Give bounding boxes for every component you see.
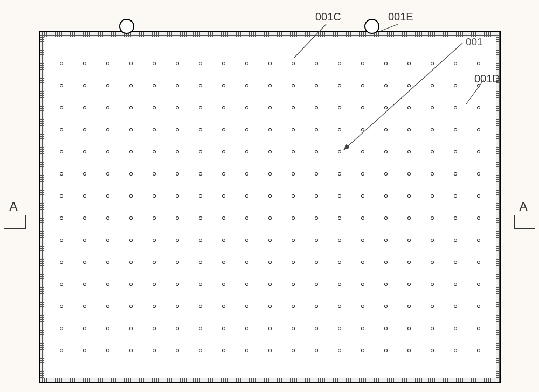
- dot: [454, 62, 457, 65]
- dot: [83, 62, 86, 65]
- dot: [176, 128, 179, 131]
- dot: [245, 239, 248, 242]
- dot: [477, 150, 480, 153]
- dot: [407, 194, 411, 198]
- dot: [129, 261, 133, 264]
- dot: [454, 305, 457, 308]
- label-001d: 001D: [474, 73, 500, 85]
- dot: [338, 150, 341, 153]
- dot: [176, 261, 179, 264]
- dot: [454, 150, 457, 153]
- dot: [384, 62, 388, 65]
- dot: [83, 261, 86, 264]
- dot: [338, 128, 341, 131]
- dot: [431, 172, 434, 176]
- dot: [268, 216, 272, 220]
- dot: [245, 62, 248, 65]
- label-001e: 001E: [388, 11, 413, 23]
- dot: [199, 106, 202, 109]
- dot: [222, 194, 225, 198]
- dot: [129, 349, 133, 352]
- dot: [477, 261, 480, 264]
- dot: [245, 261, 248, 264]
- section-bracket-left-v: [25, 215, 26, 229]
- dot: [315, 349, 318, 352]
- dot: [384, 327, 388, 330]
- dot: [153, 305, 156, 308]
- dot: [454, 239, 457, 242]
- dot: [431, 106, 434, 109]
- dot: [222, 216, 225, 220]
- dot: [83, 327, 86, 330]
- dot: [199, 239, 202, 242]
- dot: [199, 172, 202, 176]
- diagram-stage: 001C 001E 001 001D A A: [0, 0, 539, 392]
- dot: [315, 128, 318, 131]
- dot: [292, 62, 295, 65]
- dot: [199, 305, 202, 308]
- dot: [153, 172, 156, 176]
- dot: [222, 62, 225, 65]
- dot: [222, 305, 225, 308]
- dot: [106, 216, 109, 220]
- dot: [431, 349, 434, 352]
- dot: [199, 150, 202, 153]
- dot: [60, 128, 63, 131]
- dot: [361, 194, 364, 198]
- dot: [268, 128, 272, 131]
- dot: [83, 172, 86, 176]
- dot: [407, 62, 411, 65]
- dot: [106, 106, 109, 109]
- dot: [454, 84, 457, 87]
- dot: [431, 239, 434, 242]
- dot: [338, 62, 341, 65]
- dot: [431, 194, 434, 198]
- dot: [292, 84, 295, 87]
- dot: [338, 305, 341, 308]
- dot: [153, 349, 156, 352]
- dot: [407, 261, 411, 264]
- dot: [176, 216, 179, 220]
- dot: [245, 150, 248, 153]
- dot: [153, 216, 156, 220]
- dot: [83, 305, 86, 308]
- dot: [315, 327, 318, 330]
- dot: [245, 305, 248, 308]
- dot: [153, 239, 156, 242]
- dot: [361, 305, 364, 308]
- dot: [315, 283, 318, 286]
- dot: [338, 172, 341, 176]
- dot: [431, 216, 434, 220]
- dot: [153, 261, 156, 264]
- dot: [83, 84, 86, 87]
- section-mark-a-left: A: [9, 199, 18, 214]
- dot: [454, 261, 457, 264]
- dot: [245, 327, 248, 330]
- dot: [129, 194, 133, 198]
- dot: [407, 172, 411, 176]
- dot: [199, 327, 202, 330]
- dot: [454, 283, 457, 286]
- dot: [60, 261, 63, 264]
- dot: [83, 128, 86, 131]
- dot: [292, 327, 295, 330]
- dot: [60, 150, 63, 153]
- dot: [199, 283, 202, 286]
- dot: [153, 106, 156, 109]
- dot: [361, 128, 364, 131]
- dot: [315, 261, 318, 264]
- dot: [245, 84, 248, 87]
- dot: [292, 106, 295, 109]
- dot: [60, 194, 63, 198]
- dot: [199, 128, 202, 131]
- dot: [315, 172, 318, 176]
- dot: [222, 239, 225, 242]
- dot: [454, 216, 457, 220]
- dot: [268, 84, 272, 87]
- dot: [268, 261, 272, 264]
- dot: [477, 106, 480, 109]
- dot: [83, 194, 86, 198]
- dot: [222, 84, 225, 87]
- dot: [384, 194, 388, 198]
- dot: [361, 349, 364, 352]
